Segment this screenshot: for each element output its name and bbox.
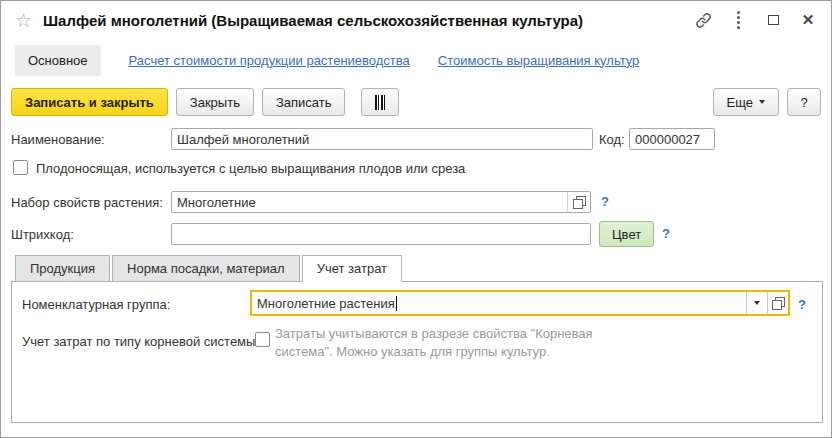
tab-strip: Продукция Норма посадки, материал Учет з… — [15, 255, 402, 282]
code-label: Код: — [599, 132, 625, 147]
property-set-label: Набор свойств растения: — [11, 195, 163, 210]
open-value-button[interactable] — [567, 192, 590, 212]
more-button[interactable]: Еще — [713, 88, 779, 116]
command-toolbar: Записать и закрыть Закрыть Записать Еще … — [11, 87, 821, 117]
name-input[interactable]: Шалфей многолетний — [171, 128, 593, 150]
crop-card-window: ☆ Шалфей многолетний (Выращиваемая сельс… — [0, 0, 832, 438]
property-set-value: Многолетние — [177, 195, 256, 210]
close-icon[interactable]: ✕ — [799, 11, 817, 29]
fruiting-checkbox[interactable] — [13, 160, 28, 175]
nav-bar: Основное Расчет стоимости продукции раст… — [1, 41, 831, 79]
tab-production[interactable]: Продукция — [15, 255, 110, 282]
nomenclature-group-help[interactable]: ? — [798, 297, 806, 312]
more-menu-icon[interactable] — [729, 11, 747, 29]
close-button[interactable]: Закрыть — [176, 88, 254, 116]
open-icon — [573, 196, 586, 209]
barcode-icon — [375, 95, 385, 110]
property-set-help[interactable]: ? — [601, 194, 609, 209]
window-title: Шалфей многолетний (Выращиваемая сельско… — [43, 12, 684, 29]
barcode-help[interactable]: ? — [662, 226, 670, 241]
code-value: 000000027 — [635, 132, 700, 147]
favorite-star-icon[interactable]: ☆ — [15, 11, 32, 30]
root-cost-label: Учет затрат по типу корневой системы: — [22, 334, 259, 349]
barcode-label: Штрихкод: — [11, 227, 74, 242]
code-input[interactable]: 000000027 — [629, 128, 715, 150]
chevron-down-icon — [754, 301, 760, 305]
titlebar: ☆ Шалфей многолетний (Выращиваемая сельс… — [1, 1, 831, 39]
maximize-icon[interactable] — [764, 11, 782, 29]
name-value: Шалфей многолетний — [177, 132, 309, 147]
tab-cost-accounting[interactable]: Учет затрат — [302, 255, 402, 282]
barcode-button[interactable] — [361, 88, 399, 116]
tab-planting-rate[interactable]: Норма посадки, материал — [112, 255, 300, 282]
root-cost-checkbox[interactable] — [255, 332, 270, 347]
save-button[interactable]: Записать — [262, 88, 346, 116]
open-icon — [772, 297, 785, 310]
help-button[interactable]: ? — [787, 88, 821, 116]
nomenclature-group-input[interactable]: Многолетние растения — [250, 290, 790, 316]
dropdown-button[interactable] — [746, 292, 767, 314]
nav-item-main[interactable]: Основное — [15, 45, 101, 76]
nomenclature-group-value: Многолетние растения — [257, 296, 395, 311]
color-button[interactable]: Цвет — [599, 221, 654, 247]
root-cost-hint: Затраты учитываются в разрезе свойства "… — [275, 325, 653, 361]
nav-item-growing-cost[interactable]: Стоимость выращивания культур — [438, 53, 640, 68]
chevron-down-icon — [759, 100, 765, 104]
nav-item-production-cost[interactable]: Расчет стоимости продукции растениеводст… — [129, 53, 410, 68]
barcode-input[interactable] — [171, 223, 591, 245]
cost-accounting-panel: Номенклатурная группа: Многолетние расте… — [11, 281, 823, 423]
fruiting-label: Плодоносящая, используется с целью выращ… — [36, 161, 465, 176]
nomenclature-group-label: Номенклатурная группа: — [22, 297, 170, 312]
property-set-input[interactable]: Многолетние — [171, 191, 591, 213]
save-and-close-button[interactable]: Записать и закрыть — [11, 88, 168, 116]
text-cursor — [396, 296, 397, 311]
name-label: Наименование: — [11, 132, 105, 147]
get-link-icon[interactable] — [694, 11, 712, 29]
open-value-button[interactable] — [767, 292, 788, 314]
